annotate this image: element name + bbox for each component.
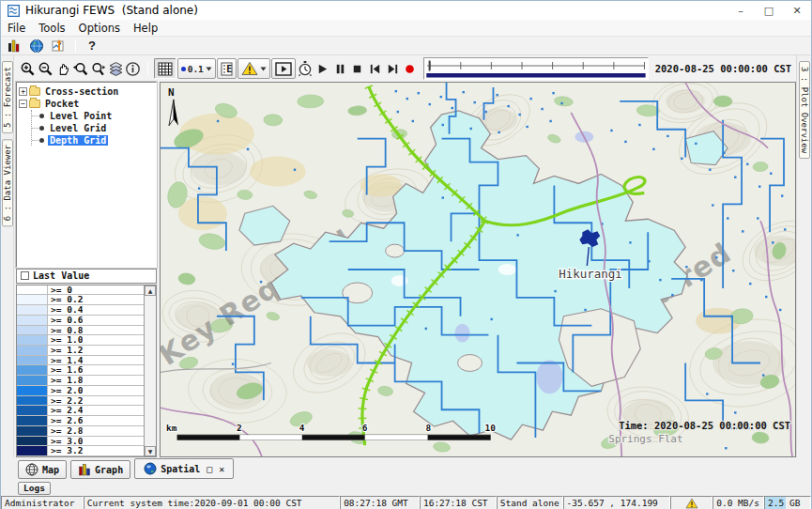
legend-scrollbar[interactable]: ▲ ▼: [144, 285, 156, 456]
labels-button[interactable]: E: [217, 58, 237, 79]
svg-text:10: 10: [485, 423, 497, 433]
zoom-in-button[interactable]: [20, 58, 37, 79]
movie-player-button[interactable]: [271, 58, 296, 79]
legend-row[interactable]: >= 2.6: [17, 416, 144, 426]
time-slider[interactable]: [423, 57, 649, 80]
scroll-up-icon[interactable]: ▲: [145, 285, 156, 296]
spatial-display-button[interactable]: [25, 37, 48, 54]
menu-file[interactable]: File: [1, 22, 32, 35]
legend-row[interactable]: >= 3.2: [17, 446, 144, 456]
tree-node-cross-section[interactable]: Cross-section: [43, 86, 120, 97]
status-warning[interactable]: [670, 496, 712, 509]
info-button[interactable]: [125, 58, 142, 79]
legend-label: >= 1.6: [48, 365, 83, 375]
status-user: Administrator: [1, 496, 84, 509]
legend-row[interactable]: >= 2.0: [17, 386, 144, 396]
legend-label: >= 0: [48, 285, 72, 295]
step-backward-button[interactable]: [367, 58, 384, 79]
tree-node-pocket[interactable]: Pocket: [43, 99, 81, 109]
legend-row[interactable]: >= 0: [17, 285, 144, 296]
legend-swatch: [17, 426, 48, 436]
legend-row[interactable]: >= 0.6: [17, 316, 144, 326]
legend-row[interactable]: >= 1.2: [17, 346, 144, 356]
pan-button[interactable]: [54, 58, 71, 79]
play-button[interactable]: [314, 58, 331, 79]
scroll-down-icon[interactable]: ▼: [145, 446, 156, 456]
timeseries-dialog-button[interactable]: [48, 37, 70, 54]
layers-button[interactable]: [107, 58, 124, 79]
expand-icon[interactable]: +: [19, 87, 27, 96]
tab-forecast[interactable]: 5 : Forecast: [2, 61, 13, 133]
record-button[interactable]: [402, 58, 419, 79]
animation-timer-button[interactable]: [297, 58, 314, 79]
map-canvas[interactable]: API Key Required API Key Required: [161, 83, 795, 456]
stopwatch-icon: [297, 60, 314, 77]
legend-row[interactable]: >= 2.2: [17, 396, 144, 407]
menu-tools[interactable]: Tools: [32, 22, 71, 35]
tree-leaf[interactable]: Level Point: [32, 110, 154, 121]
legend-swatch: [17, 316, 48, 325]
legend-row[interactable]: >= 0.2: [17, 295, 144, 305]
time-slider-thumb[interactable]: [428, 61, 430, 71]
map-view[interactable]: API Key Required API Key Required: [160, 82, 796, 457]
tab-map[interactable]: Map: [18, 460, 67, 479]
zoom-previous-button[interactable]: [72, 58, 89, 79]
tree-leaf-level-point[interactable]: Level Point: [48, 111, 114, 121]
menu-help[interactable]: Help: [127, 22, 164, 35]
classification-dropdown[interactable]: 0.1: [177, 58, 216, 79]
close-button[interactable]: ✕: [783, 1, 811, 20]
folder-icon: [29, 100, 40, 108]
zoom-next-button[interactable]: [90, 58, 107, 79]
layers-icon: [108, 61, 124, 77]
menu-bar: File Tools Options Help: [1, 20, 811, 37]
legend-row[interactable]: >= 3.0: [17, 437, 144, 447]
legend-row[interactable]: >= 2.4: [17, 406, 144, 416]
legend-row[interactable]: >= 0.8: [17, 326, 144, 336]
legend-swatch: [17, 365, 48, 375]
map-toolbar: 0.1 E: [14, 55, 796, 82]
tree-leaf[interactable]: Level Grid: [32, 122, 154, 133]
legend-row[interactable]: >= 2.8: [17, 426, 144, 437]
toolbar-separator: [75, 39, 76, 53]
tree-node[interactable]: − Pocket: [19, 98, 154, 109]
tab-plot-overview[interactable]: 3 : Plot Overview: [799, 61, 810, 159]
menu-options[interactable]: Options: [72, 22, 127, 35]
tree-leaf[interactable]: Depth Grid: [32, 134, 154, 146]
status-mode: Stand alone: [497, 496, 563, 509]
explorer-button[interactable]: [3, 37, 25, 54]
tab-graph[interactable]: Graph: [70, 460, 130, 479]
stop-button[interactable]: [349, 58, 366, 79]
minimize-button[interactable]: –: [727, 1, 755, 20]
play-icon: [315, 62, 329, 76]
thresholds-dropdown[interactable]: [237, 58, 270, 79]
legend-row[interactable]: >= 1.6: [17, 365, 144, 376]
logs-button[interactable]: Logs: [18, 482, 51, 495]
restore-pane-icon[interactable]: □: [207, 464, 212, 474]
tree-leaf-level-grid[interactable]: Level Grid: [48, 123, 108, 133]
zoom-out-button[interactable]: [38, 58, 54, 79]
collapse-icon[interactable]: −: [19, 100, 27, 108]
pause-button[interactable]: [331, 58, 348, 79]
tab-graph-label: Graph: [95, 465, 123, 475]
help-button[interactable]: ?: [81, 37, 103, 54]
maximize-button[interactable]: □: [755, 1, 783, 20]
label-frame-icon: E: [221, 62, 233, 76]
tree-leaf-depth-grid[interactable]: Depth Grid: [48, 135, 108, 146]
tab-data-viewer[interactable]: 6 : Data Viewer: [2, 139, 13, 226]
show-grid-button[interactable]: [154, 58, 176, 79]
tree-node[interactable]: + Cross-section: [19, 85, 154, 97]
legend-label: >= 1.4: [48, 356, 83, 365]
legend-panel: >= 0>= 0.2>= 0.4>= 0.6>= 0.8>= 1.0>= 1.2…: [16, 285, 157, 457]
legend-row[interactable]: >= 1.0: [17, 335, 144, 346]
main-toolbar: ?: [1, 37, 811, 55]
tab-spatial[interactable]: Spatial □ ✕: [134, 458, 234, 479]
legend-row[interactable]: >= 0.4: [17, 305, 144, 316]
last-value-checkbox[interactable]: [21, 271, 29, 280]
legend-label: >= 0.2: [48, 295, 83, 304]
stop-icon: [350, 62, 364, 76]
close-pane-icon[interactable]: ✕: [219, 464, 224, 474]
time-slider-track[interactable]: [424, 58, 648, 79]
step-forward-button[interactable]: [384, 58, 401, 79]
legend-row[interactable]: >= 1.4: [17, 356, 144, 366]
legend-row[interactable]: >= 1.8: [17, 376, 144, 386]
